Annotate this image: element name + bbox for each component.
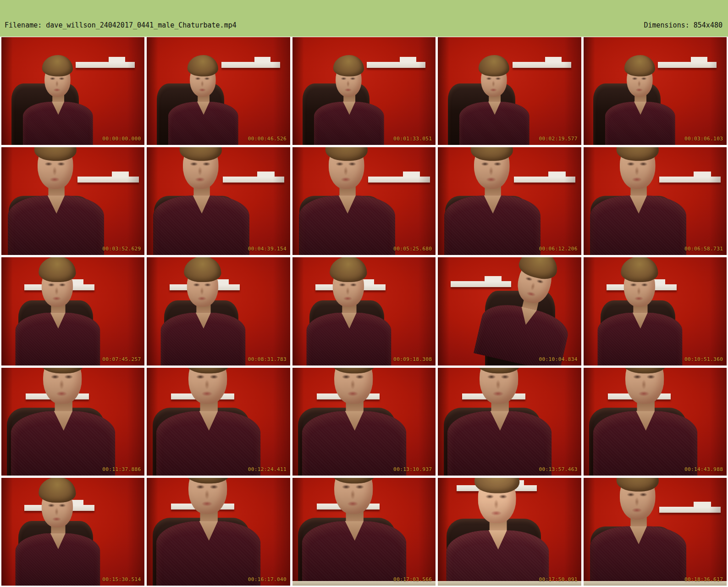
- metadata-left-block: Filename: dave_willson_24042017_0441_mal…: [5, 3, 237, 37]
- video-thumbnail: 00:12:24.411: [147, 368, 290, 476]
- person-figure: [458, 257, 581, 365]
- shirt: [593, 410, 698, 476]
- shirt: [156, 521, 261, 586]
- person-figure: [584, 147, 727, 255]
- video-thumbnail: 00:00:46.526: [147, 37, 290, 145]
- video-thumbnail: 00:16:17.040: [147, 478, 290, 586]
- shirt: [168, 101, 238, 145]
- person-figure: [446, 52, 569, 145]
- shirt: [447, 530, 549, 586]
- person-figure: [1, 368, 144, 476]
- shirt: [307, 313, 392, 365]
- hair: [479, 55, 509, 77]
- person-figure: [292, 368, 436, 476]
- hair: [39, 257, 76, 282]
- shirt: [23, 101, 93, 145]
- timestamp-overlay: 00:18:36.617: [684, 576, 723, 582]
- timestamp-overlay: 00:03:06.103: [684, 136, 723, 142]
- person-figure: [300, 52, 424, 145]
- person-figure: [147, 478, 290, 586]
- timestamp-overlay: 00:02:19.577: [539, 136, 578, 142]
- person-figure: [292, 478, 436, 586]
- shirt: [154, 195, 250, 255]
- hair: [184, 257, 221, 282]
- hair: [330, 257, 367, 282]
- timestamp-overlay: 00:08:31.783: [248, 356, 287, 362]
- shirt: [474, 299, 572, 365]
- shirt: [156, 410, 261, 476]
- person-figure: [147, 257, 290, 365]
- timestamp-overlay: 00:12:24.411: [248, 466, 287, 472]
- timestamp-overlay: 00:10:04.834: [539, 356, 578, 362]
- timestamp-overlay: 00:01:33.051: [393, 136, 432, 142]
- video-thumbnail: 00:01:33.051: [292, 37, 436, 145]
- hair: [188, 55, 218, 77]
- shirt: [16, 313, 100, 365]
- person-figure: [438, 478, 581, 586]
- person-figure: [292, 257, 436, 365]
- shirt: [597, 313, 682, 365]
- video-thumbnail: 00:15:30.514: [1, 478, 144, 586]
- person-figure: [1, 478, 144, 586]
- video-thumbnail: 00:03:52.629: [1, 147, 144, 255]
- shirt: [590, 195, 686, 255]
- person-figure: [1, 147, 144, 255]
- timestamp-overlay: 00:06:12.206: [539, 246, 578, 252]
- shirt: [299, 195, 395, 255]
- metadata-header: Filename: dave_willson_24042017_0441_mal…: [0, 0, 728, 37]
- person-figure: [147, 368, 290, 476]
- video-thumbnail: 00:07:45.257: [1, 257, 144, 365]
- video-thumbnail: 00:10:51.360: [584, 257, 727, 365]
- shirt: [445, 195, 541, 255]
- timestamp-overlay: 00:10:51.360: [684, 356, 723, 362]
- video-thumbnail: 00:17:03.566: [292, 478, 436, 586]
- thumbnail-grid: 00:00:00.000 00:00:46.526 00:01:33.051 0…: [0, 37, 728, 587]
- video-thumbnail: 00:09:18.308: [292, 257, 436, 365]
- shirt: [590, 526, 686, 586]
- shirt: [302, 521, 407, 586]
- timestamp-overlay: 00:13:10.937: [393, 466, 432, 472]
- video-thumbnail: 00:02:19.577: [438, 37, 581, 145]
- shirt: [16, 533, 100, 586]
- timestamp-overlay: 00:06:58.731: [684, 246, 723, 252]
- hair: [624, 55, 655, 77]
- shirt: [605, 101, 675, 145]
- timestamp-overlay: 00:04:39.154: [248, 246, 287, 252]
- video-thumbnail: 00:11:37.886: [1, 368, 144, 476]
- shirt: [161, 313, 246, 365]
- video-thumbnail: 00:04:39.154: [147, 147, 290, 255]
- video-thumbnail: 00:05:25.680: [292, 147, 436, 255]
- meta-dimensions: Dimensions: 854x480: [619, 21, 722, 30]
- timestamp-overlay: 00:17:50.091: [539, 576, 578, 582]
- person-figure: [591, 52, 715, 145]
- timestamp-overlay: 00:09:18.308: [393, 356, 432, 362]
- person-figure: [9, 52, 132, 145]
- video-thumbnail: 00:06:12.206: [438, 147, 581, 255]
- timestamp-overlay: 00:14:43.988: [684, 466, 723, 472]
- video-thumbnail: 00:00:00.000: [1, 37, 144, 145]
- meta-filename: Filename: dave_willson_24042017_0441_mal…: [5, 21, 237, 30]
- shirt: [8, 195, 104, 255]
- shirt: [314, 101, 384, 145]
- shirt: [447, 410, 552, 476]
- video-thumbnail: 00:17:50.091: [438, 478, 581, 586]
- timestamp-overlay: 00:05:25.680: [393, 246, 432, 252]
- timestamp-overlay: 00:07:45.257: [102, 356, 141, 362]
- person-figure: [155, 52, 278, 145]
- video-thumbnail: 00:13:10.937: [292, 368, 436, 476]
- timestamp-overlay: 00:03:52.629: [102, 246, 141, 252]
- person-figure: [584, 478, 727, 586]
- person-figure: [147, 147, 290, 255]
- video-thumbnail: 00:13:57.463: [438, 368, 581, 476]
- metadata-right-block: Dimensions: 854x480 Format: h264 / aac (…: [619, 3, 722, 37]
- person-figure: [438, 368, 581, 476]
- person-figure: [584, 257, 727, 365]
- timestamp-overlay: 00:11:37.886: [102, 466, 141, 472]
- timestamp-overlay: 00:00:46.526: [248, 136, 287, 142]
- hair: [42, 55, 73, 77]
- shirt: [459, 101, 529, 145]
- timestamp-overlay: 00:00:00.000: [102, 136, 141, 142]
- timestamp-overlay: 00:17:03.566: [393, 576, 432, 582]
- hair: [39, 478, 76, 503]
- timestamp-overlay: 00:16:17.040: [248, 576, 287, 582]
